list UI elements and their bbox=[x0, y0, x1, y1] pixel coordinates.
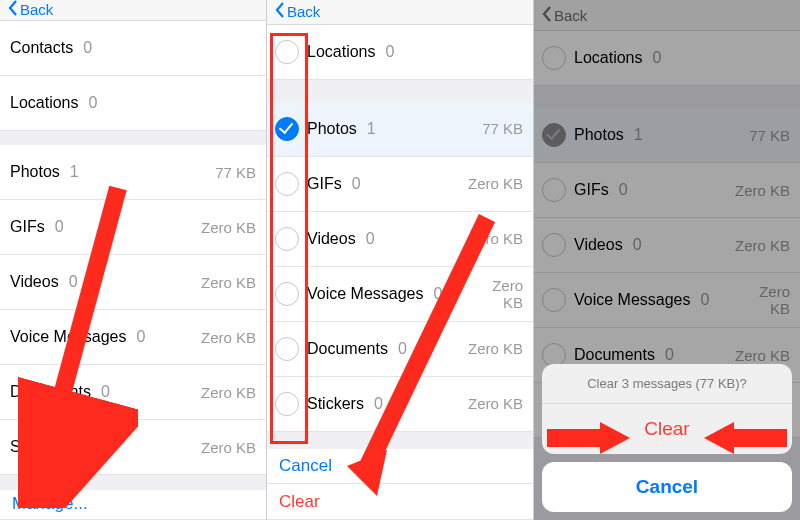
select-radio[interactable] bbox=[275, 282, 299, 306]
row-size: Zero KB bbox=[492, 277, 523, 311]
clear-label: Clear bbox=[279, 492, 320, 512]
cancel-label: Cancel bbox=[279, 456, 332, 476]
row-label: GIFs bbox=[307, 175, 342, 193]
row-label: Documents bbox=[10, 383, 91, 401]
row-size: Zero KB bbox=[458, 340, 523, 357]
chevron-left-icon bbox=[8, 0, 18, 19]
row-label: Locations bbox=[10, 94, 79, 112]
row-label: Voice Messages bbox=[10, 328, 127, 346]
row-size: Zero KB bbox=[426, 230, 523, 247]
row-label: Videos bbox=[307, 230, 356, 248]
action-sheet-message: Clear 3 messages (77 KB)? bbox=[542, 364, 792, 404]
row-count: 0 bbox=[45, 218, 115, 236]
row-count: 0 bbox=[342, 175, 412, 193]
section-gap bbox=[267, 80, 533, 102]
pane-confirm-clear: Back Locations0Photos177 KBGIFs0Zero KBV… bbox=[534, 0, 800, 520]
select-radio[interactable] bbox=[275, 392, 299, 416]
section-gap bbox=[0, 131, 266, 146]
row-count: 0 bbox=[67, 438, 137, 456]
storage-row-locations[interactable]: Locations0 bbox=[267, 25, 533, 80]
row-size: Zero KB bbox=[412, 175, 523, 192]
select-radio[interactable] bbox=[275, 40, 299, 64]
row-count: 1 bbox=[60, 163, 130, 181]
row-label: Photos bbox=[307, 120, 357, 138]
chevron-left-icon bbox=[275, 2, 285, 21]
storage-row-voice-messages: Voice Messages0Zero KB bbox=[0, 310, 266, 365]
action-sheet-clear-button[interactable]: Clear bbox=[542, 404, 792, 454]
storage-row-photos[interactable]: Photos177 KB bbox=[267, 102, 533, 157]
section-gap bbox=[0, 475, 266, 490]
row-label: Contacts bbox=[10, 39, 73, 57]
row-count: 0 bbox=[91, 383, 161, 401]
row-label: Locations bbox=[307, 43, 376, 61]
section-gap bbox=[267, 432, 533, 449]
pane-storage-overview: Back Contacts0Locations0 Photos177 KBGIF… bbox=[0, 0, 267, 520]
row-count: 0 bbox=[127, 328, 197, 346]
row-size: 77 KB bbox=[427, 120, 523, 137]
nav-bar: Back bbox=[267, 0, 533, 25]
row-label: Documents bbox=[307, 340, 388, 358]
back-label: Back bbox=[20, 1, 53, 18]
storage-row-voice-messages[interactable]: Voice Messages0Zero KB bbox=[267, 267, 533, 322]
row-label: Stickers bbox=[10, 438, 67, 456]
storage-row-documents: Documents0Zero KB bbox=[0, 365, 266, 420]
row-size: Zero KB bbox=[129, 274, 256, 291]
row-label: GIFs bbox=[10, 218, 45, 236]
row-size: Zero KB bbox=[115, 219, 256, 236]
row-count: 0 bbox=[73, 39, 143, 57]
action-sheet-card: Clear 3 messages (77 KB)? Clear bbox=[542, 364, 792, 454]
storage-row-photos: Photos177 KB bbox=[0, 145, 266, 200]
row-count: 0 bbox=[364, 395, 434, 413]
storage-row-gifs[interactable]: GIFs0Zero KB bbox=[267, 157, 533, 212]
clear-button[interactable]: Clear bbox=[267, 484, 533, 520]
row-size: Zero KB bbox=[161, 384, 256, 401]
row-label: Stickers bbox=[307, 395, 364, 413]
manage-button[interactable]: Manage... bbox=[0, 490, 266, 520]
storage-row-stickers: Stickers0Zero KB bbox=[0, 420, 266, 475]
row-label: Videos bbox=[10, 273, 59, 291]
storage-row-locations: Locations0 bbox=[0, 76, 266, 131]
pane-select-media: Back Locations0Photos177 KBGIFs0Zero KBV… bbox=[267, 0, 534, 520]
action-sheet: Clear 3 messages (77 KB)? Clear Cancel bbox=[542, 364, 792, 512]
row-label: Voice Messages bbox=[307, 285, 424, 303]
row-size: Zero KB bbox=[197, 329, 256, 346]
storage-row-documents[interactable]: Documents0Zero KB bbox=[267, 322, 533, 377]
row-count: 0 bbox=[424, 285, 493, 303]
cancel-button[interactable]: Cancel bbox=[267, 449, 533, 485]
select-radio[interactable] bbox=[275, 337, 299, 361]
storage-row-videos: Videos0Zero KB bbox=[0, 255, 266, 310]
row-count: 0 bbox=[388, 340, 458, 358]
select-radio[interactable] bbox=[275, 227, 299, 251]
back-button[interactable]: Back bbox=[275, 2, 320, 21]
row-size: 77 KB bbox=[130, 164, 256, 181]
nav-bar: Back bbox=[0, 0, 266, 21]
row-count: 0 bbox=[376, 43, 446, 61]
manage-label: Manage... bbox=[12, 494, 88, 514]
row-size: Zero KB bbox=[434, 395, 523, 412]
row-count: 0 bbox=[59, 273, 129, 291]
storage-row-stickers[interactable]: Stickers0Zero KB bbox=[267, 377, 533, 432]
select-radio[interactable] bbox=[275, 172, 299, 196]
back-label: Back bbox=[287, 3, 320, 20]
row-size: Zero KB bbox=[137, 439, 256, 456]
row-count: 0 bbox=[356, 230, 426, 248]
back-button[interactable]: Back bbox=[8, 0, 53, 19]
row-label: Photos bbox=[10, 163, 60, 181]
storage-row-gifs: GIFs0Zero KB bbox=[0, 200, 266, 255]
action-sheet-cancel-button[interactable]: Cancel bbox=[542, 462, 792, 512]
row-count: 0 bbox=[79, 94, 149, 112]
storage-row-videos[interactable]: Videos0Zero KB bbox=[267, 212, 533, 267]
storage-row-contacts: Contacts0 bbox=[0, 21, 266, 76]
select-radio[interactable] bbox=[275, 117, 299, 141]
row-count: 1 bbox=[357, 120, 427, 138]
